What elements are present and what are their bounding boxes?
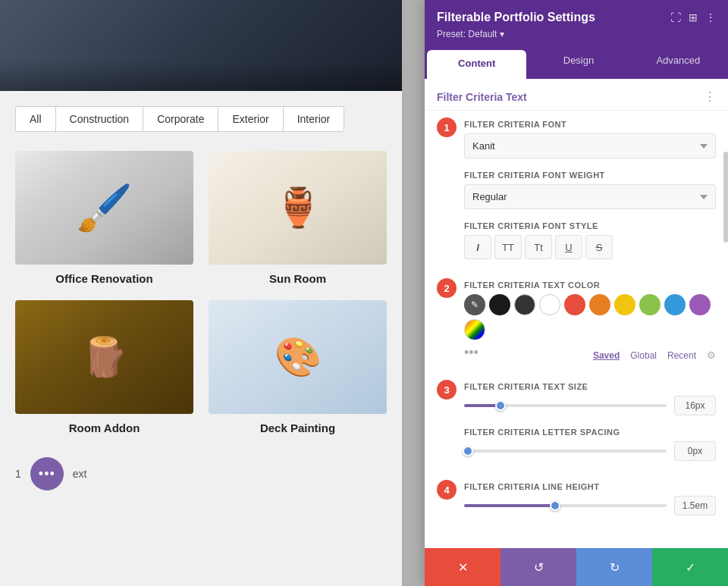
color-swatch-rainbow[interactable] <box>464 319 485 340</box>
color-swatch-orange[interactable] <box>589 294 610 315</box>
page-text: ext <box>73 468 87 480</box>
text-size-label: Filter Criteria Text Size <box>464 382 716 391</box>
line-height-thumb[interactable] <box>550 500 560 511</box>
step-4-content: Filter Criteria Line Height <box>464 482 716 528</box>
recent-tab[interactable]: Recent <box>667 350 696 361</box>
font-style-label: Filter Criteria Font Style <box>464 221 716 230</box>
filter-tab-exterior[interactable]: Exterior <box>218 106 283 132</box>
text-size-track[interactable] <box>464 404 667 407</box>
step-1-row: 1 Filter Criteria Font KanitOpen SansRob… <box>437 120 716 271</box>
portfolio-thumb-deckpainting <box>209 300 387 414</box>
save-button[interactable]: ✓ <box>652 548 728 586</box>
tab-advanced[interactable]: Advanced <box>629 47 728 79</box>
panel-footer: ✕ ↺ ↻ ✓ <box>425 548 728 586</box>
color-settings-icon[interactable]: ⚙ <box>707 349 716 361</box>
filter-tab-interior[interactable]: Interior <box>283 106 345 132</box>
step-2-badge: 2 <box>437 278 457 298</box>
uppercase-button[interactable]: TT <box>494 235 522 259</box>
scroll-indicator <box>723 152 728 243</box>
step-3-content: Filter Criteria Text Size Filter Criteri… <box>464 382 716 473</box>
redo-button[interactable]: ↻ <box>576 548 652 586</box>
font-weight-setting-group: Filter Criteria Font Weight RegularLight… <box>464 171 716 209</box>
global-tab[interactable]: Global <box>630 350 657 361</box>
letter-spacing-track[interactable] <box>464 450 667 453</box>
line-height-setting-group: Filter Criteria Line Height <box>464 482 716 515</box>
color-swatch-purple[interactable] <box>689 294 711 315</box>
save-icon: ✓ <box>686 560 695 575</box>
text-size-input[interactable] <box>674 396 716 415</box>
letter-spacing-label: Filter Criteria Letter Spacing <box>464 428 716 437</box>
columns-icon[interactable]: ⊞ <box>689 11 698 24</box>
portfolio-thumb-sunroom <box>209 151 387 265</box>
filter-tab-construction[interactable]: Construction <box>55 106 144 132</box>
portfolio-item-office[interactable]: Office Renovation <box>15 151 193 285</box>
capitalize-button[interactable]: Tt <box>525 235 552 259</box>
font-weight-select[interactable]: RegularLightMediumBoldExtra Bold <box>464 184 716 209</box>
fullscreen-icon[interactable]: ⛶ <box>670 11 681 24</box>
color-swatch-black2[interactable] <box>514 294 535 315</box>
letter-spacing-setting-group: Filter Criteria Letter Spacing <box>464 428 716 461</box>
panel-header-top: Filterable Portfolio Settings ⛶ ⊞ ⋮ <box>437 11 716 24</box>
color-swatch-yellow[interactable] <box>614 294 635 315</box>
pencil-icon: ✎ <box>471 299 479 310</box>
color-edit-button[interactable]: ✎ <box>464 294 485 315</box>
line-height-slider-row <box>464 496 716 515</box>
step-3-row: 3 Filter Criteria Text Size <box>437 382 716 473</box>
font-weight-label: Filter Criteria Font Weight <box>464 171 716 180</box>
strikethrough-button[interactable]: S <box>585 235 613 259</box>
hero-image <box>0 0 402 91</box>
line-height-label: Filter Criteria Line Height <box>464 482 716 491</box>
letter-spacing-input[interactable] <box>674 441 716 461</box>
section-header: Filter Criteria Text ⋮ <box>425 79 728 111</box>
saved-tab[interactable]: Saved <box>593 350 620 361</box>
settings-panel: Filterable Portfolio Settings ⛶ ⊞ ⋮ Pres… <box>425 0 728 586</box>
undo-icon: ↺ <box>534 560 544 575</box>
italic-button[interactable]: I <box>464 235 491 259</box>
pagination-dots-button[interactable]: ••• <box>30 457 64 490</box>
portfolio-title-roomaddon: Room Addon <box>69 421 140 434</box>
tab-content[interactable]: Content <box>427 50 526 79</box>
preset-row[interactable]: Preset: Default ▾ <box>437 29 716 39</box>
portfolio-item-roomaddon[interactable]: Room Addon <box>15 300 193 434</box>
color-swatch-blue[interactable] <box>664 294 686 315</box>
panel-tabs: Content Design Advanced <box>425 47 728 79</box>
panel-header-icons: ⛶ ⊞ ⋮ <box>670 11 716 24</box>
more-colors-icon[interactable]: ••• <box>464 345 479 361</box>
filter-tab-all[interactable]: All <box>15 106 56 132</box>
panel-title: Filterable Portfolio Settings <box>437 11 595 24</box>
portfolio-item-sunroom[interactable]: Sun Room <box>209 151 387 285</box>
line-height-input[interactable] <box>674 496 716 515</box>
step-2-content: Filter Criteria Text Color ✎ <box>464 280 716 373</box>
step-4-badge: 4 <box>437 480 457 500</box>
section-title: Filter Criteria Text <box>437 91 527 103</box>
underline-button[interactable]: U <box>555 235 582 259</box>
tab-design[interactable]: Design <box>529 47 628 79</box>
color-swatch-black1[interactable] <box>489 294 510 315</box>
color-swatch-red[interactable] <box>564 294 585 315</box>
letter-spacing-slider-row <box>464 441 716 461</box>
section-menu-icon[interactable]: ⋮ <box>704 89 716 104</box>
text-size-thumb[interactable] <box>495 400 506 411</box>
step-1-badge: 1 <box>437 118 457 137</box>
cancel-button[interactable]: ✕ <box>425 548 500 586</box>
filter-tab-corporate[interactable]: Corporate <box>143 106 218 132</box>
color-swatch-white[interactable] <box>539 294 560 315</box>
line-height-track[interactable] <box>464 504 667 507</box>
page-number: 1 <box>15 468 21 480</box>
portfolio-title-deckpainting: Deck Painting <box>260 421 335 434</box>
pagination: 1 ••• ext <box>0 442 402 506</box>
font-select[interactable]: KanitOpen SansRobotoLatoMontserrat <box>464 133 716 158</box>
more-options-icon[interactable]: ⋮ <box>705 11 716 24</box>
undo-button[interactable]: ↺ <box>500 548 576 586</box>
portfolio-grid: Office Renovation Sun Room Room Addon De… <box>0 143 402 442</box>
redo-icon: ↻ <box>610 560 620 575</box>
font-style-setting-group: Filter Criteria Font Style I TT Tt U S <box>464 221 716 259</box>
color-swatches-row: ✎ <box>464 294 716 340</box>
filter-tabs-container: All Construction Corporate Exterior Inte… <box>0 91 402 143</box>
portfolio-item-deckpainting[interactable]: Deck Painting <box>209 300 387 434</box>
font-style-buttons: I TT Tt U S <box>464 235 716 259</box>
color-swatch-green[interactable] <box>639 294 661 315</box>
letter-spacing-thumb[interactable] <box>463 446 473 456</box>
portfolio-title-sunroom: Sun Room <box>269 272 326 285</box>
font-setting-group: Filter Criteria Font KanitOpen SansRobot… <box>464 120 716 158</box>
